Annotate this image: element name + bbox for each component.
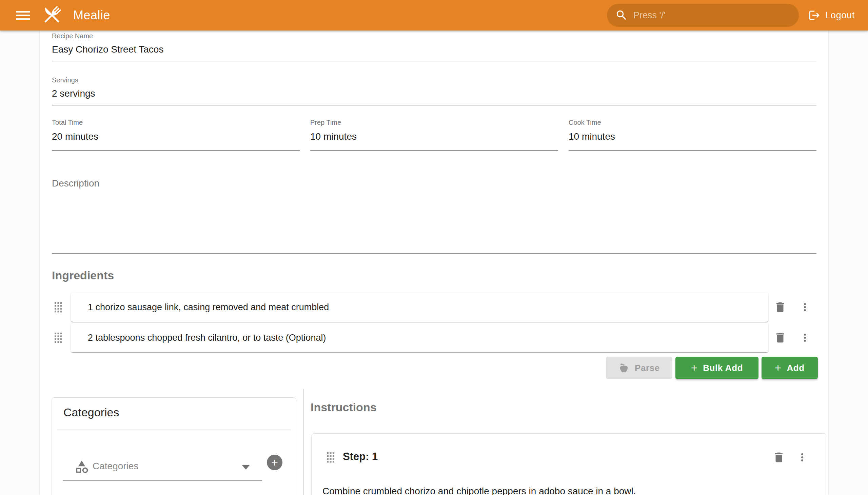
search-bar[interactable]	[607, 4, 799, 27]
ingredient-row	[71, 293, 768, 322]
ingredient-input[interactable]	[87, 302, 755, 313]
hamburger-menu-button[interactable]	[12, 4, 34, 26]
field-underline	[568, 150, 816, 151]
field-underline	[52, 253, 816, 254]
kebab-menu-icon	[796, 451, 808, 463]
app-header: Mealie Logout	[0, 0, 868, 31]
field-underline	[52, 150, 300, 151]
recipe-name-label: Recipe Name	[52, 32, 816, 40]
plus-icon: +	[691, 362, 697, 373]
column-divider	[303, 389, 304, 495]
categories-select[interactable]: Categories	[63, 455, 262, 480]
app-title: Mealie	[73, 8, 110, 22]
add-button-label: Add	[787, 363, 804, 373]
description-textarea[interactable]	[52, 191, 818, 247]
total-time-input[interactable]	[52, 131, 300, 142]
ingredient-drag-handle[interactable]	[54, 332, 62, 343]
parse-button[interactable]: Parse	[606, 357, 673, 379]
trash-icon	[774, 301, 787, 313]
step-text-input[interactable]: Combine crumbled chorizo and chipotle pe…	[322, 484, 812, 495]
apple-icon	[618, 362, 629, 373]
description-label: Description	[52, 178, 816, 189]
ingredient-row	[71, 323, 768, 352]
instruction-step-card: Step: 1 Combine crumbled chorizo and chi…	[311, 433, 826, 495]
kebab-menu-icon	[799, 301, 811, 313]
bulk-add-button-label: Bulk Add	[703, 363, 743, 373]
field-underline	[52, 61, 816, 62]
trash-icon	[772, 451, 785, 464]
ingredient-input[interactable]	[87, 332, 755, 343]
step-menu-button[interactable]	[793, 448, 812, 467]
plus-icon: +	[775, 362, 781, 373]
logout-icon	[808, 9, 820, 21]
categories-card-title: Categories	[63, 406, 119, 419]
add-ingredient-button[interactable]: + Add	[762, 357, 818, 379]
cook-time-field: Cook Time	[568, 119, 816, 151]
logout-label: Logout	[825, 10, 855, 21]
instructions-section-title: Instructions	[310, 401, 377, 414]
description-field: Description	[52, 178, 816, 254]
servings-label: Servings	[52, 76, 816, 84]
step-delete-button[interactable]	[769, 448, 788, 467]
shapes-icon	[74, 459, 89, 474]
prep-time-label: Prep Time	[310, 119, 558, 126]
prep-time-input[interactable]	[310, 131, 558, 142]
ingredient-delete-button[interactable]	[771, 298, 790, 317]
prep-time-field: Prep Time	[310, 119, 558, 151]
servings-input[interactable]	[52, 88, 816, 99]
cook-time-input[interactable]	[568, 131, 816, 142]
field-underline	[310, 150, 558, 151]
parse-button-label: Parse	[635, 363, 660, 373]
step-title: Step: 1	[343, 450, 378, 463]
total-time-field: Total Time	[52, 119, 300, 151]
search-input[interactable]	[633, 10, 791, 21]
ingredient-menu-button[interactable]	[796, 298, 814, 317]
ingredient-delete-button[interactable]	[771, 328, 790, 347]
cook-time-label: Cook Time	[568, 119, 816, 126]
select-underline	[63, 480, 262, 481]
categories-select-label: Categories	[92, 461, 138, 472]
logout-button[interactable]: Logout	[806, 5, 857, 25]
recipe-name-field: Recipe Name	[52, 32, 816, 62]
search-icon	[615, 9, 628, 22]
categories-card: Categories Categories +	[52, 397, 296, 495]
step-drag-handle[interactable]	[326, 452, 335, 463]
ingredient-drag-handle[interactable]	[54, 302, 62, 312]
total-time-label: Total Time	[52, 119, 300, 126]
ingredients-section-title: Ingredients	[52, 269, 114, 282]
kebab-menu-icon	[799, 331, 811, 344]
add-category-button[interactable]: +	[267, 455, 283, 470]
card-divider	[57, 430, 291, 430]
recipe-name-input[interactable]	[52, 44, 816, 55]
chevron-down-icon[interactable]	[242, 465, 250, 470]
utensils-logo-icon	[40, 3, 64, 27]
ingredient-menu-button[interactable]	[796, 328, 814, 347]
trash-icon	[774, 331, 787, 344]
servings-field: Servings	[52, 76, 816, 105]
bulk-add-button[interactable]: + Bulk Add	[676, 357, 759, 379]
field-underline	[52, 105, 816, 105]
mealie-recipe-editor: Mealie Logout Recipe Name Servings Total…	[0, 0, 868, 495]
